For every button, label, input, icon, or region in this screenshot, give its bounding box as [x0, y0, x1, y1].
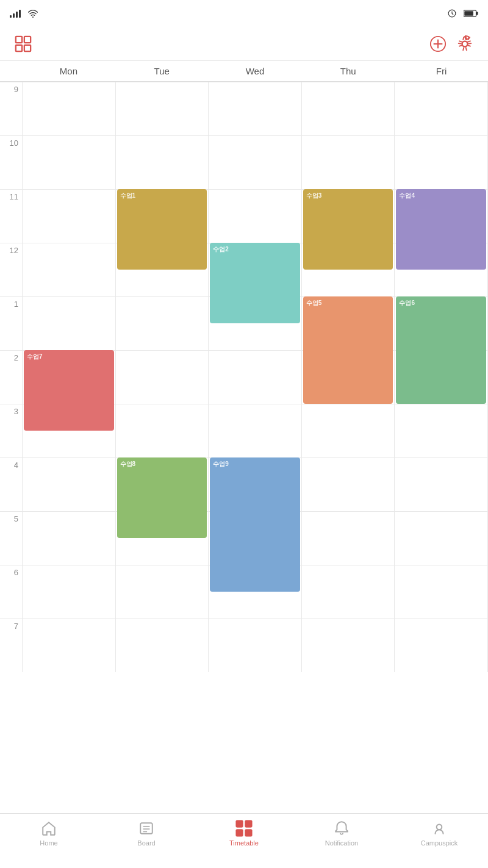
lock-rotation-icon — [448, 9, 456, 18]
event-block-5[interactable]: 수업6 — [396, 296, 486, 404]
time-6: 6 — [0, 565, 22, 619]
timetable: Mon Tue Wed Thu Fri 9 10 11 12 1 2 3 4 5… — [0, 61, 488, 813]
tab-timetable[interactable]: Timetable — [195, 820, 293, 847]
day-wed: Wed — [209, 61, 302, 81]
status-bar — [0, 0, 488, 27]
board-icon — [138, 820, 155, 837]
svg-rect-19 — [245, 820, 252, 827]
signal-icon — [10, 9, 21, 18]
svg-rect-18 — [236, 820, 243, 827]
event-block-4[interactable]: 수업5 — [303, 296, 393, 404]
svg-rect-5 — [16, 36, 22, 42]
day-headers: Mon Tue Wed Thu Fri — [0, 61, 488, 82]
day-thu: Thu — [301, 61, 395, 81]
tab-notification-label: Notification — [325, 839, 358, 847]
time-4: 4 — [0, 457, 22, 511]
settings-button[interactable] — [454, 33, 476, 55]
time-9: 9 — [0, 82, 22, 135]
time-5: 5 — [0, 511, 22, 565]
tab-campuspick[interactable]: Campuspick — [390, 820, 488, 847]
event-block-3[interactable]: 수업4 — [396, 189, 486, 270]
time-col-spacer — [0, 61, 22, 81]
plus-circle-icon — [429, 35, 447, 52]
home-icon — [40, 820, 57, 837]
add-button[interactable] — [427, 33, 449, 55]
event-block-7[interactable]: 수업8 — [117, 457, 207, 538]
event-block-8[interactable]: 수업9 — [210, 457, 300, 592]
top-nav — [0, 27, 488, 61]
event-block-1[interactable]: 수업2 — [210, 243, 300, 323]
gear-icon — [456, 35, 473, 52]
event-block-6[interactable]: 수업7 — [24, 350, 114, 431]
svg-rect-7 — [16, 45, 22, 51]
grid-icon — [15, 35, 32, 52]
event-block-0[interactable]: 수업1 — [117, 189, 207, 270]
timetable-icon — [235, 820, 253, 837]
event-block-2[interactable]: 수업3 — [303, 189, 393, 270]
svg-rect-20 — [236, 830, 243, 836]
tab-notification[interactable]: Notification — [293, 820, 390, 847]
tab-board-label: Board — [137, 839, 155, 847]
col-mon: 수업7 — [22, 82, 115, 672]
status-left — [10, 9, 38, 18]
svg-rect-3 — [476, 12, 478, 15]
svg-rect-4 — [464, 11, 473, 16]
tab-home-label: Home — [40, 839, 57, 847]
svg-point-22 — [437, 825, 442, 830]
tab-timetable-label: Timetable — [229, 839, 259, 847]
status-right — [448, 9, 478, 18]
time-labels: 9 10 11 12 1 2 3 4 5 6 7 — [0, 82, 22, 672]
col-thu: 수업3수업5 — [301, 82, 395, 672]
svg-rect-21 — [245, 830, 252, 836]
time-2: 2 — [0, 350, 22, 404]
wifi-icon — [28, 9, 38, 18]
time-1: 1 — [0, 296, 22, 350]
time-10: 10 — [0, 135, 22, 189]
day-mon: Mon — [22, 61, 115, 81]
battery-icon — [464, 9, 478, 18]
col-wed: 수업2수업9 — [208, 82, 301, 672]
col-tue: 수업1수업8 — [115, 82, 209, 672]
svg-rect-6 — [24, 36, 30, 42]
time-7: 7 — [0, 619, 22, 672]
day-fri: Fri — [395, 61, 488, 81]
time-12: 12 — [0, 243, 22, 296]
tab-campuspick-label: Campuspick — [421, 839, 458, 847]
col-fri: 수업4수업6 — [394, 82, 488, 672]
campuspick-icon — [431, 820, 448, 837]
notification-icon — [333, 820, 350, 837]
day-tue: Tue — [115, 61, 209, 81]
svg-rect-8 — [24, 45, 30, 51]
tab-board[interactable]: Board — [98, 820, 195, 847]
grid-area: 수업7 수업1수업8 수업2수업9 수업3수업5 수업4수업6 — [22, 82, 488, 672]
timetable-body: 9 10 11 12 1 2 3 4 5 6 7 수업7 수업1수업8 수업2수… — [0, 82, 488, 813]
time-3: 3 — [0, 404, 22, 457]
menu-button[interactable] — [12, 33, 34, 55]
time-11: 11 — [0, 189, 22, 243]
tab-bar: Home Board Timetable — [0, 813, 488, 868]
tab-home[interactable]: Home — [0, 820, 98, 847]
svg-point-13 — [462, 41, 467, 46]
svg-point-0 — [32, 16, 34, 18]
